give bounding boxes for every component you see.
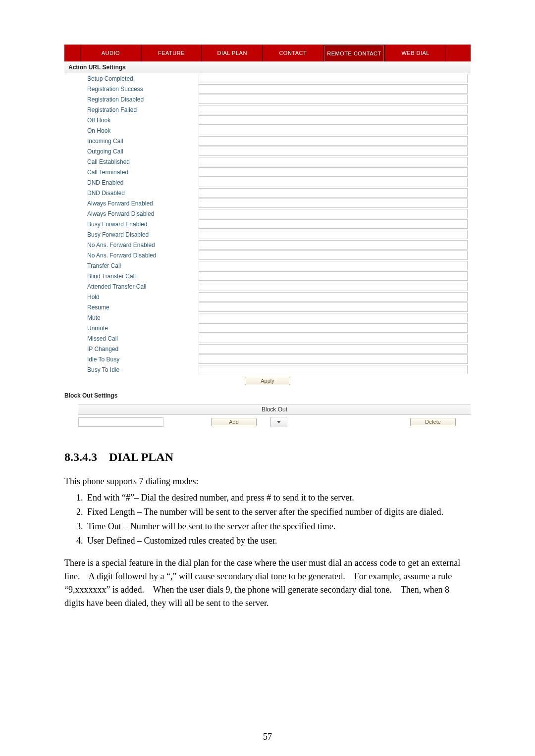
setting-label: Hold: [87, 294, 199, 301]
setting-input[interactable]: [199, 115, 468, 125]
setting-row: IP Changed: [64, 344, 471, 354]
setting-input[interactable]: [199, 167, 468, 177]
mode-list: End with “#”– Dial the desired number, a…: [64, 491, 471, 548]
setting-label: Busy To Idle: [87, 366, 199, 373]
setting-input[interactable]: [199, 95, 468, 104]
setting-label: Busy Forward Disabled: [87, 231, 199, 238]
setting-row: Transfer Call: [64, 260, 471, 271]
setting-input[interactable]: [199, 199, 468, 208]
action-url-body: Setup Completed Registration Success Reg…: [64, 73, 471, 388]
setting-input[interactable]: [199, 271, 468, 281]
setting-label: Off Hook: [87, 117, 199, 124]
tab-audio[interactable]: AUDIO: [80, 45, 141, 61]
setting-label: No Ans. Forward Disabled: [87, 252, 199, 259]
setting-row: Incoming Call: [64, 136, 471, 146]
setting-row: DND Disabled: [64, 188, 471, 198]
setting-label: Outgoing Call: [87, 148, 199, 155]
section-number: 8.3.4.3: [64, 451, 97, 463]
block-out-body: Block Out Add Delete: [64, 404, 471, 428]
setting-row: Blind Transfer Call: [64, 271, 471, 281]
setting-label: Incoming Call: [87, 138, 199, 145]
block-out-select[interactable]: [270, 417, 287, 427]
block-out-input[interactable]: [78, 417, 163, 427]
setting-input[interactable]: [199, 105, 468, 114]
document-body: 8.3.4.3DIAL PLAN This phone supports 7 d…: [64, 448, 471, 610]
list-item: Fixed Length – The number will be sent t…: [85, 505, 471, 519]
setting-input[interactable]: [199, 219, 468, 229]
tab-web-dial[interactable]: WEB DIAL: [385, 45, 446, 61]
block-out-heading: Block Out Settings: [64, 388, 471, 401]
setting-label: Resume: [87, 304, 199, 311]
setting-input[interactable]: [199, 334, 468, 343]
tab-contact[interactable]: CONTACT: [263, 45, 323, 61]
setting-input[interactable]: [199, 323, 468, 333]
setting-input[interactable]: [199, 251, 468, 260]
setting-row: No Ans. Forward Enabled: [64, 240, 471, 250]
chevron-down-icon: [277, 421, 281, 423]
tab-dial-plan[interactable]: DIAL PLAN: [202, 45, 263, 61]
setting-row: DND Enabled: [64, 177, 471, 188]
setting-label: Always Forward Disabled: [87, 210, 199, 217]
setting-label: IP Changed: [87, 346, 199, 353]
tabs-bg-left: [64, 45, 80, 61]
setting-label: Registration Success: [87, 86, 199, 93]
setting-input[interactable]: [199, 261, 468, 270]
setting-label: Always Forward Enabled: [87, 200, 199, 207]
setting-input[interactable]: [199, 313, 468, 322]
apply-button[interactable]: Apply: [245, 377, 290, 385]
setting-input[interactable]: [199, 354, 468, 364]
setting-input[interactable]: [199, 230, 468, 239]
list-item: User Defined – Customized rules created …: [85, 534, 471, 548]
tab-feature[interactable]: FEATURE: [141, 45, 202, 61]
setting-input[interactable]: [199, 178, 468, 187]
apply-row: Apply: [64, 375, 471, 388]
setting-input[interactable]: [199, 344, 468, 353]
setting-row: Always Forward Disabled: [64, 208, 471, 219]
feature-paragraph: There is a special feature in the dial p…: [64, 556, 471, 610]
setting-label: Registration Failed: [87, 106, 199, 113]
setting-row: On Hook: [64, 125, 471, 136]
setting-input[interactable]: [199, 188, 468, 198]
delete-button[interactable]: Delete: [410, 418, 456, 426]
block-out-row: Add Delete: [64, 416, 471, 428]
setting-row: Busy Forward Enabled: [64, 219, 471, 229]
setting-input[interactable]: [199, 74, 468, 83]
setting-label: Setup Completed: [87, 75, 199, 82]
list-item: End with “#”– Dial the desired number, a…: [85, 491, 471, 504]
setting-row: Setup Completed: [64, 73, 471, 84]
setting-row: Always Forward Enabled: [64, 198, 471, 208]
section-title: DIAL PLAN: [109, 451, 173, 463]
setting-input[interactable]: [199, 282, 468, 291]
setting-row: Resume: [64, 302, 471, 312]
setting-input[interactable]: [199, 292, 468, 302]
setting-label: Busy Forward Enabled: [87, 221, 199, 228]
intro-text: This phone supports 7 dialing modes:: [64, 475, 471, 488]
tab-remote-contact[interactable]: REMOTE CONTACT: [323, 45, 385, 61]
setting-label: Registration Disabled: [87, 96, 199, 103]
setting-input[interactable]: [199, 126, 468, 135]
setting-row: Idle To Busy: [64, 354, 471, 364]
setting-input[interactable]: [199, 209, 468, 218]
tabs: AUDIO FEATURE DIAL PLAN CONTACT REMOTE C…: [64, 45, 471, 61]
setting-input[interactable]: [199, 136, 468, 146]
action-url-heading: Action URL Settings: [64, 61, 471, 73]
setting-label: DND Disabled: [87, 190, 199, 197]
setting-input[interactable]: [199, 157, 468, 166]
add-button[interactable]: Add: [211, 418, 257, 426]
setting-label: No Ans. Forward Enabled: [87, 242, 199, 249]
settings-panel: AUDIO FEATURE DIAL PLAN CONTACT REMOTE C…: [64, 45, 471, 428]
setting-input[interactable]: [199, 147, 468, 156]
setting-row: Attended Transfer Call: [64, 281, 471, 292]
setting-row: Registration Disabled: [64, 94, 471, 104]
setting-row: Off Hook: [64, 115, 471, 125]
setting-input[interactable]: [199, 240, 468, 250]
setting-input[interactable]: [199, 302, 468, 312]
setting-label: Call Terminated: [87, 169, 199, 176]
setting-input[interactable]: [199, 365, 468, 374]
setting-row: Busy To Idle: [64, 364, 471, 375]
setting-row: Call Terminated: [64, 167, 471, 177]
setting-row: Outgoing Call: [64, 146, 471, 156]
setting-input[interactable]: [199, 84, 468, 94]
page-number: 57: [0, 732, 535, 742]
setting-label: On Hook: [87, 127, 199, 134]
